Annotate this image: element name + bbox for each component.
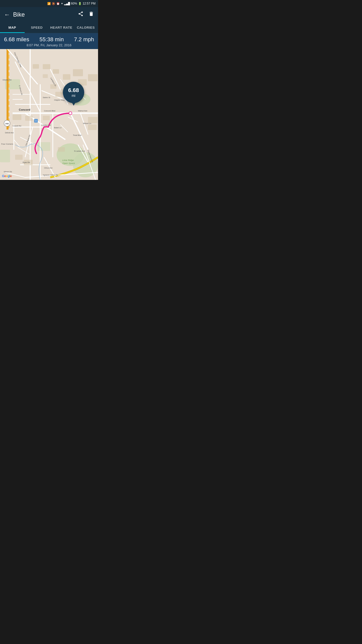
distance-badge: 6.68 mi xyxy=(63,82,84,103)
svg-text:Concord: Concord xyxy=(19,108,30,111)
time-text: 12:57 PM xyxy=(83,2,96,5)
page-title: Bike xyxy=(13,11,25,18)
svg-rect-16 xyxy=(73,69,83,76)
stats-bar: 6.68 miles 55:38 min 7.2 mph 8:07 PM, Fr… xyxy=(0,33,98,49)
svg-text:Treat Blvd: Treat Blvd xyxy=(73,134,81,136)
svg-text:Minert Rd: Minert Rd xyxy=(4,171,12,173)
svg-text:Open Space: Open Space xyxy=(62,162,75,165)
svg-text:Ryan Rd: Ryan Rd xyxy=(23,161,30,164)
svg-rect-11 xyxy=(63,74,70,80)
svg-text:Lime Ridge: Lime Ridge xyxy=(62,159,74,162)
battery-text: 60% xyxy=(71,2,77,5)
google-logo: G o o g l e xyxy=(2,174,12,178)
svg-rect-5 xyxy=(0,150,10,162)
svg-text:Walnut Ave: Walnut Ave xyxy=(78,110,87,112)
status-bar: 📶 🔕 ⏰ ✦ ▂▄█ 60% 🔋 12:57 PM xyxy=(0,0,98,7)
tab-speed[interactable]: SPEED xyxy=(25,22,49,33)
map-container[interactable]: 242 xyxy=(0,49,98,180)
svg-text:Concord Blvd: Concord Blvd xyxy=(44,110,55,112)
tab-calories[interactable]: CALORIES xyxy=(74,22,98,33)
svg-rect-12 xyxy=(33,64,39,69)
status-icons: 📶 🔕 ⏰ ✦ ▂▄█ 60% 🔋 12:57 PM xyxy=(47,2,96,5)
battery-icon: 🔋 xyxy=(78,2,82,5)
signal-icon: ▂▄█ xyxy=(64,2,70,5)
svg-rect-18 xyxy=(88,74,98,81)
svg-text:Ygnacio Valley Rd: Ygnacio Valley Rd xyxy=(43,174,58,176)
tabs-container: MAP SPEED HEART RATE CALORIES xyxy=(0,22,98,33)
svg-rect-29 xyxy=(35,119,37,122)
speed-stat: 7.2 mph xyxy=(74,36,94,43)
badge-distance-value: 6.68 xyxy=(68,87,79,93)
svg-rect-24 xyxy=(88,125,97,130)
svg-text:N Larwin Ave: N Larwin Ave xyxy=(74,150,85,152)
svg-point-30 xyxy=(69,112,72,115)
badge-distance-unit: mi xyxy=(72,94,75,98)
header-left: ← Bike xyxy=(4,11,25,18)
stats-date: 8:07 PM, Fri, January 22, 2016 xyxy=(4,43,94,47)
delete-button[interactable] xyxy=(88,11,94,18)
svg-text:Clayton Rd: Clayton Rd xyxy=(41,124,51,126)
svg-rect-21 xyxy=(43,116,50,120)
mute-icon: 🔕 xyxy=(52,2,55,5)
svg-rect-19 xyxy=(13,114,21,120)
svg-text:Clayton Way: Clayton Way xyxy=(54,99,65,101)
svg-text:Cowell Rd: Cowell Rd xyxy=(13,125,21,127)
map-svg: 242 xyxy=(0,49,98,180)
share-button[interactable] xyxy=(78,11,83,18)
header: ← Bike xyxy=(0,7,98,22)
gps-icon: ✦ xyxy=(61,2,63,5)
svg-rect-27 xyxy=(58,147,65,152)
svg-text:Olivera Rd: Olivera Rd xyxy=(3,79,11,81)
svg-text:Babel Ln: Babel Ln xyxy=(54,127,62,129)
svg-rect-10 xyxy=(53,69,59,74)
stats-row: 6.68 miles 55:38 min 7.2 mph xyxy=(4,36,94,43)
alarm-icon: ⏰ xyxy=(56,2,60,5)
tab-map[interactable]: MAP xyxy=(0,22,25,33)
svg-text:Wilson Ln: Wilson Ln xyxy=(83,122,91,125)
svg-text:Salvio St: Salvio St xyxy=(43,96,51,99)
svg-text:Citrus Ave: Citrus Ave xyxy=(44,167,53,169)
svg-text:Detroit Ave: Detroit Ave xyxy=(5,132,14,134)
bluetooth-icon: 📶 xyxy=(47,2,51,5)
svg-rect-25 xyxy=(15,155,23,160)
svg-text:Four Corners: Four Corners xyxy=(1,143,13,145)
tab-heart-rate[interactable]: HEART RATE xyxy=(49,22,74,33)
svg-rect-9 xyxy=(43,64,50,69)
header-actions xyxy=(78,11,94,18)
distance-stat: 6.68 miles xyxy=(4,36,29,43)
svg-rect-20 xyxy=(25,116,33,121)
svg-rect-13 xyxy=(43,74,48,78)
back-button[interactable]: ← xyxy=(4,11,10,18)
svg-text:242: 242 xyxy=(5,123,9,125)
duration-stat: 55:38 min xyxy=(39,36,64,43)
